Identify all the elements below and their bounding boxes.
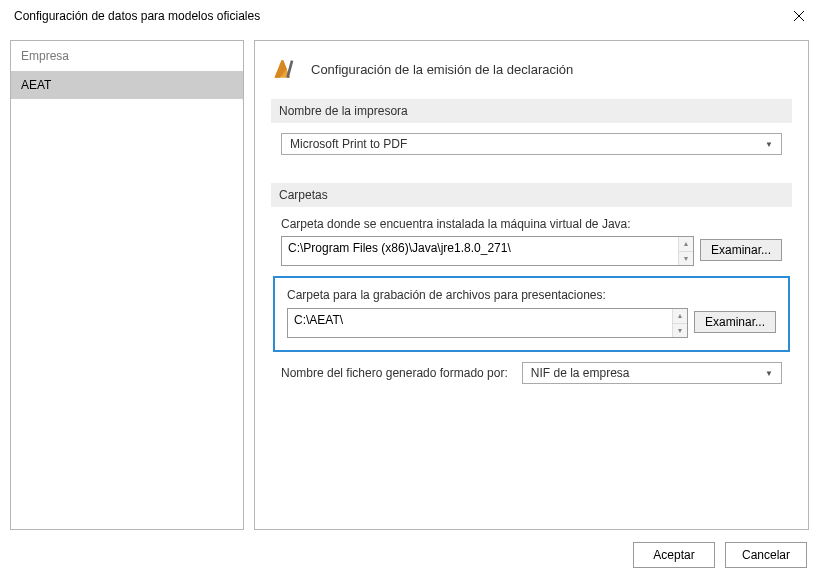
cancel-button[interactable]: Cancelar [725,542,807,568]
java-path-value: C:\Program Files (x86)\Java\jre1.8.0_271… [282,237,678,265]
titlebar: Configuración de datos para modelos ofic… [0,0,819,32]
sidebar: Empresa AEAT [10,40,244,530]
sidebar-item-aeat[interactable]: AEAT [11,71,243,99]
java-path-spinner: ▲ ▼ [678,237,693,265]
dialog-body: Empresa AEAT Configuración de la emisión… [0,32,819,538]
caret-down-icon: ▼ [765,140,773,149]
filename-label: Nombre del fichero generado formado por: [281,366,508,380]
recording-folder-group: Carpeta para la grabación de archivos pa… [273,276,790,352]
java-browse-button[interactable]: Examinar... [700,239,782,261]
spinner-up-button[interactable]: ▲ [679,237,693,252]
spinner-down-button[interactable]: ▼ [673,324,687,338]
java-folder-row: C:\Program Files (x86)\Java\jre1.8.0_271… [281,236,782,266]
main-panel: Configuración de la emisión de la declar… [254,40,809,530]
printer-select-value: Microsoft Print to PDF [290,137,407,151]
panel-header: Configuración de la emisión de la declar… [271,55,792,83]
java-path-input[interactable]: C:\Program Files (x86)\Java\jre1.8.0_271… [281,236,694,266]
recording-path-spinner: ▲ ▼ [672,309,687,337]
close-icon [794,11,804,21]
folders-section-header: Carpetas [271,183,792,207]
recording-browse-button[interactable]: Examinar... [694,311,776,333]
java-folder-group: Carpeta donde se encuentra instalada la … [271,217,792,276]
printer-field: Microsoft Print to PDF ▼ [271,133,792,169]
recording-path-input[interactable]: C:\AEAT\ ▲ ▼ [287,308,688,338]
window-title: Configuración de datos para modelos ofic… [14,9,260,23]
panel-title: Configuración de la emisión de la declar… [311,62,573,77]
caret-down-icon: ▼ [765,369,773,378]
filename-row: Nombre del fichero generado formado por:… [271,362,792,384]
recording-folder-row: C:\AEAT\ ▲ ▼ Examinar... [287,308,776,338]
printer-section-header: Nombre de la impresora [271,99,792,123]
filename-select[interactable]: NIF de la empresa ▼ [522,362,782,384]
filename-select-value: NIF de la empresa [531,366,630,380]
dialog-buttons: Aceptar Cancelar [633,542,807,568]
svg-rect-2 [286,60,293,78]
sidebar-item-label: AEAT [21,78,51,92]
recording-path-value: C:\AEAT\ [288,309,672,337]
folders-section: Carpetas Carpeta donde se encuentra inst… [271,183,792,384]
accept-button[interactable]: Aceptar [633,542,715,568]
agency-icon [271,55,299,83]
sidebar-header: Empresa [11,41,243,71]
java-folder-label: Carpeta donde se encuentra instalada la … [281,217,782,231]
printer-select[interactable]: Microsoft Print to PDF ▼ [281,133,782,155]
spinner-up-button[interactable]: ▲ [673,309,687,324]
close-button[interactable] [789,6,809,26]
recording-folder-label: Carpeta para la grabación de archivos pa… [287,288,776,302]
spinner-down-button[interactable]: ▼ [679,252,693,266]
